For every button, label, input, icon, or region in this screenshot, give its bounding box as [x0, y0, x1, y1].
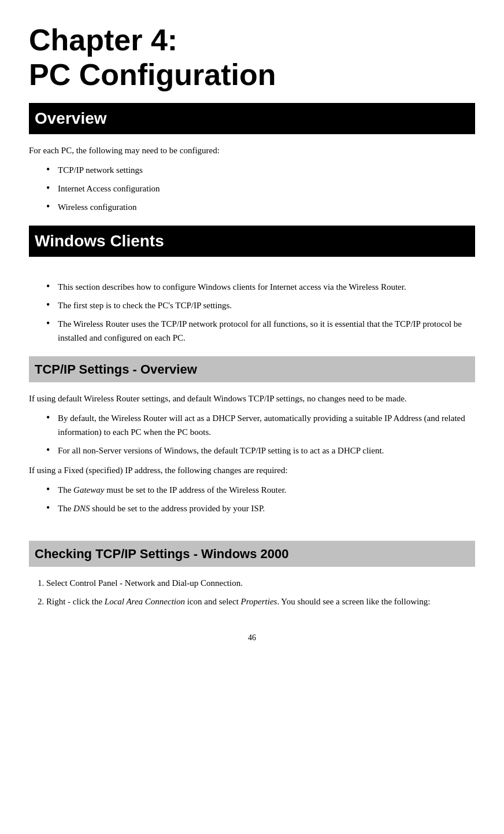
- overview-section: Overview For each PC, the following may …: [29, 103, 475, 214]
- windows-clients-header: Windows Clients: [29, 226, 475, 257]
- list-item: The Gateway must be set to the IP addres…: [46, 483, 475, 497]
- gateway-italic: Gateway: [73, 485, 104, 495]
- chapter-title: Chapter 4: PC Configuration: [29, 23, 475, 93]
- checking-tcpip-steps: Select Control Panel - Network and Dial-…: [46, 576, 475, 608]
- tcpip-overview-header: TCP/IP Settings - Overview: [29, 356, 475, 382]
- step2-italic2: Properties: [241, 597, 277, 606]
- step2-italic1: Local Area Connection: [105, 597, 185, 606]
- list-item: This section describes how to configure …: [46, 280, 475, 294]
- dns-italic: DNS: [73, 504, 90, 513]
- list-item: Right - click the Local Area Connection …: [46, 595, 475, 608]
- tcpip-bullet-list-2: The Gateway must be set to the IP addres…: [46, 483, 475, 515]
- list-item: Internet Access configuration: [46, 182, 475, 195]
- overview-bullet-list: TCP/IP network settings Internet Access …: [46, 163, 475, 214]
- list-item: For all non-Server versions of Windows, …: [46, 444, 475, 457]
- list-item: The first step is to check the PC's TCP/…: [46, 298, 475, 312]
- step2-after: . You should see a screen like the follo…: [277, 597, 430, 606]
- list-item: The DNS should be set to the address pro…: [46, 501, 475, 515]
- step2-middle: icon and select: [185, 597, 241, 606]
- dns-after: should be set to the address provided by…: [90, 504, 265, 513]
- step2-before: Right - click the: [46, 597, 105, 606]
- checking-tcpip-header: Checking TCP/IP Settings - Windows 2000: [29, 541, 475, 567]
- list-item: By default, the Wireless Router will act…: [46, 411, 475, 439]
- tcpip-bullet-list-1: By default, the Wireless Router will act…: [46, 411, 475, 457]
- checking-tcpip-section: Checking TCP/IP Settings - Windows 2000 …: [29, 541, 475, 608]
- overview-header: Overview: [29, 103, 475, 134]
- gateway-after: must be set to the IP address of the Wir…: [104, 485, 286, 495]
- tcpip-para2: If using a Fixed (specified) IP address,…: [29, 463, 475, 477]
- tcpip-overview-section: TCP/IP Settings - Overview If using defa…: [29, 356, 475, 515]
- windows-clients-section: Windows Clients This section describes h…: [29, 226, 475, 345]
- overview-intro: For each PC, the following may need to b…: [29, 143, 475, 157]
- step1-text: Select Control Panel - Network and Dial-…: [46, 578, 243, 588]
- chapter-title-line2: PC Configuration: [29, 58, 276, 91]
- list-item: Select Control Panel - Network and Dial-…: [46, 576, 475, 590]
- dns-before: The: [58, 504, 73, 513]
- list-item: The Wireless Router uses the TCP/IP netw…: [46, 317, 475, 345]
- chapter-title-line1: Chapter 4:: [29, 23, 177, 57]
- windows-clients-bullet-list: This section describes how to configure …: [46, 280, 475, 345]
- tcpip-para1: If using default Wireless Router setting…: [29, 392, 475, 405]
- page-number: 46: [29, 632, 475, 644]
- list-item: Wireless configuration: [46, 200, 475, 214]
- gateway-before: The: [58, 485, 73, 495]
- list-item: TCP/IP network settings: [46, 163, 475, 177]
